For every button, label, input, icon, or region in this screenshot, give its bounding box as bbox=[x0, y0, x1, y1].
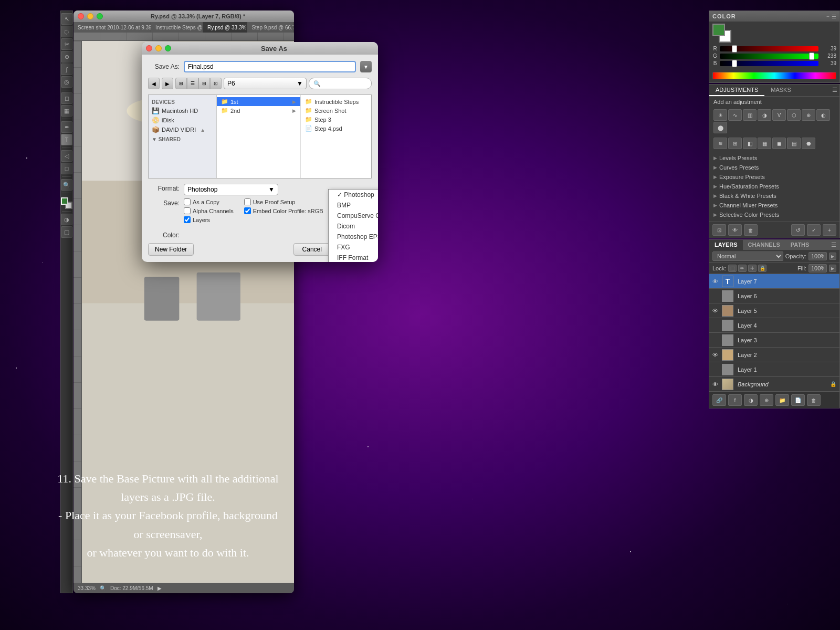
minimize-button[interactable] bbox=[87, 13, 93, 19]
format-dicom[interactable]: Dicom bbox=[329, 221, 378, 232]
green-slider-track[interactable] bbox=[720, 54, 818, 59]
tab-screenshot[interactable]: Screen shot 2010-12-06 at 9.39.03 AM.png… bbox=[74, 22, 151, 33]
pen-tool[interactable]: ✒ bbox=[61, 121, 72, 133]
format-dropdown-btn[interactable]: Photoshop ▼ bbox=[184, 184, 278, 195]
alpha-channels-checkbox[interactable] bbox=[184, 207, 191, 214]
gradient-tool[interactable]: ▦ bbox=[61, 105, 72, 117]
color-balance-adj-icon[interactable]: ⊕ bbox=[802, 109, 815, 121]
channel-mixer-adj-icon[interactable]: ≋ bbox=[713, 138, 727, 149]
add-mask-icon[interactable]: ◑ bbox=[744, 394, 758, 406]
bw-adj-icon[interactable]: ◐ bbox=[816, 109, 830, 121]
shape-tool[interactable]: □ bbox=[61, 163, 72, 174]
format-photoshop[interactable]: Photoshop bbox=[329, 190, 378, 200]
back-button[interactable]: ◀ bbox=[148, 78, 160, 89]
photo-filter-adj-icon[interactable]: ⬤ bbox=[713, 122, 727, 133]
clone-tool[interactable]: ◎ bbox=[61, 76, 72, 88]
file-step3[interactable]: 📁 Step 3 bbox=[301, 115, 371, 124]
format-compuserve-gif[interactable]: CompuServe GIF bbox=[329, 211, 378, 221]
new-folder-button[interactable]: New Folder bbox=[148, 243, 194, 256]
file-instructible[interactable]: 📁 Instructible Steps ▶ bbox=[301, 97, 371, 106]
foreground-color-chip[interactable] bbox=[712, 24, 725, 36]
file-item-2nd[interactable]: 📁 2nd ▶ bbox=[217, 106, 300, 115]
fg-color-swatch[interactable] bbox=[61, 197, 68, 205]
quick-mask[interactable]: ◑ bbox=[61, 214, 72, 225]
reset-adj-icon[interactable]: ↺ bbox=[791, 224, 805, 236]
path-select-tool[interactable]: ◁ bbox=[61, 150, 72, 162]
layer-item-2[interactable]: 👁 Layer 2 bbox=[709, 348, 839, 362]
david-vidri-item[interactable]: 📦 DAVID VIDRI ▲ bbox=[149, 125, 216, 134]
lock-transparent[interactable]: ⬚ bbox=[728, 265, 737, 272]
curves-presets[interactable]: ▶ Curves Presets bbox=[709, 163, 839, 172]
fill-arrow[interactable]: ▶ bbox=[829, 265, 836, 272]
levels-adj-icon[interactable]: ▥ bbox=[743, 109, 757, 121]
new-group-icon[interactable]: 📁 bbox=[775, 394, 789, 406]
layers-checkbox[interactable] bbox=[184, 216, 191, 223]
layer-item-1[interactable]: Layer 1 bbox=[709, 362, 839, 377]
lock-position[interactable]: ✛ bbox=[748, 265, 757, 272]
apply-adj-icon[interactable]: ✓ bbox=[807, 224, 821, 236]
format-fxg[interactable]: FXG bbox=[329, 242, 378, 253]
file-screenshot[interactable]: 📁 Screen Shot ▶ bbox=[301, 106, 371, 115]
file-item-1st[interactable]: 📁 1st ▶ bbox=[217, 97, 300, 106]
hue-sat-presets[interactable]: ▶ Hue/Saturation Presets bbox=[709, 182, 839, 191]
view-previous-icon[interactable]: 👁 bbox=[728, 224, 742, 236]
posterize-adj-icon[interactable]: ▦ bbox=[758, 138, 771, 149]
column-view[interactable]: ⊟ bbox=[198, 78, 210, 89]
opacity-arrow[interactable]: ▶ bbox=[829, 253, 836, 260]
paths-tab[interactable]: PATHS bbox=[785, 240, 815, 250]
channel-mixer-presets[interactable]: ▶ Channel Mixer Presets bbox=[709, 201, 839, 210]
format-bmp[interactable]: BMP bbox=[329, 200, 378, 211]
type-tool[interactable]: T bbox=[61, 134, 72, 145]
idisk-item[interactable]: 📀 iDisk bbox=[149, 116, 216, 125]
tab-step9[interactable]: Step 9.psd @ 66.7% (Layer 1, RGB/... × bbox=[247, 22, 294, 33]
panel-minimize-icon[interactable]: − bbox=[826, 14, 830, 19]
gradient-map-adj-icon[interactable]: ▤ bbox=[787, 138, 801, 149]
format-photoshop-eps[interactable]: Photoshop EPS bbox=[329, 232, 378, 242]
layer-5-visibility[interactable]: 👁 bbox=[712, 308, 720, 314]
bw-presets[interactable]: ▶ Black & White Presets bbox=[709, 191, 839, 201]
macintosh-hd[interactable]: 💾 Macintosh HD bbox=[149, 106, 216, 116]
tab-instructible[interactable]: Instructible Steps @ 25% (Layer 1, RGB/8… bbox=[151, 22, 203, 33]
fill-input[interactable] bbox=[808, 264, 827, 272]
move-tool[interactable]: ↖ bbox=[61, 13, 72, 25]
color-lookup-adj-icon[interactable]: ⊞ bbox=[728, 138, 742, 149]
layers-tab[interactable]: LAYERS bbox=[709, 240, 743, 250]
red-slider-track[interactable] bbox=[720, 46, 818, 51]
brush-tool[interactable]: ∫ bbox=[61, 64, 72, 75]
expand-button[interactable]: ▼ bbox=[360, 61, 372, 72]
zoom-icon[interactable]: 🔍 bbox=[100, 585, 106, 591]
close-button[interactable] bbox=[78, 13, 84, 19]
clip-to-layer-icon[interactable]: ⊡ bbox=[712, 224, 726, 236]
spot-heal-tool[interactable]: ⊕ bbox=[61, 51, 72, 62]
lock-pixels[interactable]: ✏ bbox=[738, 265, 747, 272]
add-layer-style-icon[interactable]: f bbox=[728, 394, 742, 406]
new-layer-icon[interactable]: 📄 bbox=[791, 394, 805, 406]
delete-layer-icon[interactable]: 🗑 bbox=[807, 394, 821, 406]
layer-item-5[interactable]: 👁 Layer 5 bbox=[709, 303, 839, 318]
dialog-zoom[interactable] bbox=[165, 45, 171, 51]
dialog-close[interactable] bbox=[146, 45, 152, 51]
folder-selector[interactable]: P6 ▼ bbox=[224, 78, 307, 89]
layer-item-7[interactable]: 👁 T Layer 7 bbox=[709, 274, 839, 289]
blue-slider-track[interactable] bbox=[720, 61, 818, 66]
new-adj-icon[interactable]: + bbox=[823, 224, 836, 236]
icon-view[interactable]: ⊞ bbox=[175, 78, 187, 89]
exposure-presets[interactable]: ▶ Exposure Presets bbox=[709, 172, 839, 182]
color-spectrum-bar[interactable] bbox=[712, 72, 836, 79]
invert-adj-icon[interactable]: ◧ bbox=[743, 138, 757, 149]
opacity-input[interactable] bbox=[808, 252, 827, 260]
selective-color-presets[interactable]: ▶ Selective Color Presets bbox=[709, 210, 839, 219]
filename-input[interactable] bbox=[184, 61, 356, 72]
vibrance-adj-icon[interactable]: V bbox=[772, 109, 786, 121]
selective-color-adj-icon[interactable]: ⬣ bbox=[802, 138, 815, 149]
channels-tab[interactable]: CHANNELS bbox=[743, 240, 785, 250]
lock-all[interactable]: 🔒 bbox=[758, 265, 766, 272]
forward-button[interactable]: ▶ bbox=[162, 78, 173, 89]
search-input[interactable] bbox=[309, 78, 372, 89]
proof-setup-checkbox[interactable] bbox=[244, 198, 251, 205]
green-slider-thumb[interactable] bbox=[809, 52, 814, 60]
embed-color-checkbox[interactable] bbox=[244, 207, 251, 214]
lasso-tool[interactable]: ◌ bbox=[61, 26, 72, 37]
levels-presets[interactable]: ▶ Levels Presets bbox=[709, 153, 839, 163]
screen-mode[interactable]: ▢ bbox=[61, 226, 72, 238]
